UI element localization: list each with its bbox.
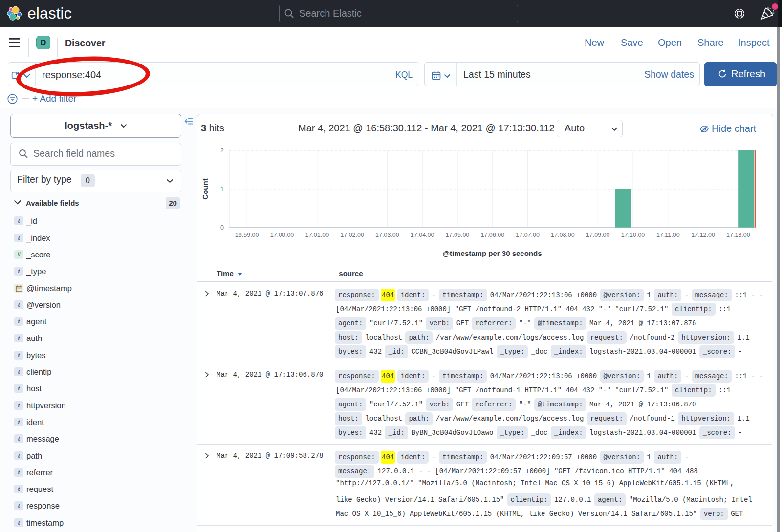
svg-text:17:00:00: 17:00:00 <box>270 232 294 238</box>
svg-text:17:06:00: 17:06:00 <box>480 232 504 238</box>
svg-text:16:59:00: 16:59:00 <box>235 232 259 238</box>
svg-text:17:10:00: 17:10:00 <box>621 232 645 238</box>
svg-text:Count: Count <box>201 178 209 199</box>
svg-text:17:12:00: 17:12:00 <box>691 232 715 238</box>
svg-text:17:13:00: 17:13:00 <box>726 232 750 238</box>
svg-text:17:07:00: 17:07:00 <box>516 232 540 238</box>
svg-text:@timestamp per 30 seconds: @timestamp per 30 seconds <box>442 249 542 257</box>
svg-text:17:03:00: 17:03:00 <box>375 232 399 238</box>
svg-text:0: 0 <box>220 224 224 231</box>
svg-text:17:01:00: 17:01:00 <box>305 232 329 238</box>
svg-text:17:11:00: 17:11:00 <box>656 232 680 238</box>
svg-text:2: 2 <box>220 147 224 154</box>
svg-text:1: 1 <box>220 186 224 192</box>
svg-text:17:02:00: 17:02:00 <box>340 232 364 238</box>
svg-text:17:09:00: 17:09:00 <box>586 232 610 238</box>
svg-text:17:08:00: 17:08:00 <box>551 232 575 238</box>
svg-text:17:04:00: 17:04:00 <box>411 232 434 238</box>
svg-text:17:05:00: 17:05:00 <box>446 232 470 238</box>
